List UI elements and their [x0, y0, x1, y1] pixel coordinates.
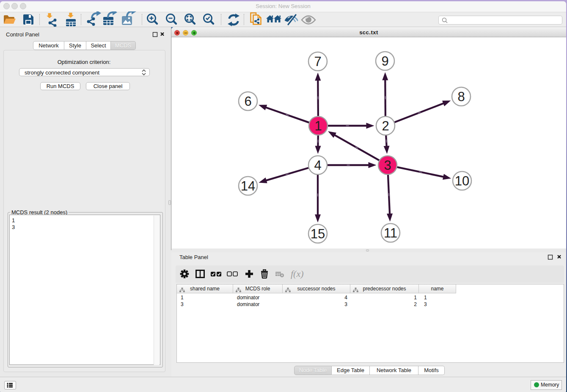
svg-text:14: 14	[241, 179, 255, 193]
svg-text:2: 2	[382, 119, 389, 133]
svg-text:8: 8	[457, 89, 465, 104]
svg-text:7: 7	[314, 54, 321, 69]
svg-text:10: 10	[455, 174, 469, 188]
svg-text:11: 11	[384, 226, 397, 240]
svg-text:4: 4	[314, 158, 321, 173]
svg-text:6: 6	[244, 94, 251, 109]
svg-text:3: 3	[384, 158, 391, 173]
svg-text:9: 9	[381, 54, 388, 69]
svg-text:1: 1	[314, 119, 322, 133]
svg-text:15: 15	[311, 226, 325, 241]
